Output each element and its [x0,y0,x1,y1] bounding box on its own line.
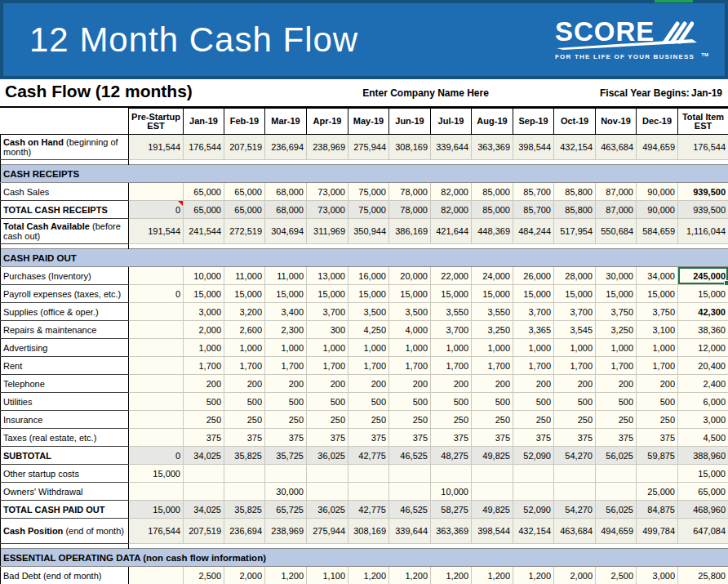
cell[interactable]: 1,000 [224,339,265,357]
cell[interactable]: 375 [389,429,431,447]
cell[interactable]: 34,025 [184,501,224,519]
cell[interactable]: 272,519 [224,219,265,244]
cell[interactable]: 84,875 [637,501,678,519]
column-header[interactable]: Mar-19 [265,109,307,135]
cell[interactable]: 58,275 [431,501,472,519]
cell[interactable]: 1,700 [389,357,431,375]
cell[interactable]: 15,000 [348,285,389,303]
cell[interactable]: 73,000 [307,183,348,201]
cell[interactable]: 34,025 [184,447,224,465]
cell[interactable] [596,465,637,483]
column-header[interactable]: Total Item EST [678,109,728,135]
cell[interactable]: 30,000 [596,267,637,285]
cell[interactable]: 6,000 [678,393,728,411]
row-label[interactable]: Insurance [1,411,129,429]
cell[interactable]: 90,000 [637,183,678,201]
cell[interactable]: 13,000 [307,267,348,285]
cell[interactable]: 3,700 [431,321,472,339]
cell[interactable] [513,483,554,501]
cell[interactable]: 3,250 [472,321,513,339]
cell[interactable]: 200 [513,375,554,393]
cell[interactable]: 2,600 [224,321,265,339]
cell[interactable]: 304,694 [265,219,307,244]
cell[interactable]: 65,000 [184,201,224,219]
section-header[interactable]: ESSENTIAL OPERATING DATA (non cash flow … [1,549,728,567]
cell[interactable]: 176,544 [129,519,184,544]
cell[interactable]: 250 [554,411,596,429]
row-label[interactable]: Other startup costs [1,465,129,483]
cell[interactable]: 52,090 [513,447,554,465]
cell[interactable]: 15,000 [472,285,513,303]
cell[interactable]: 3,550 [472,303,513,321]
cell[interactable] [307,483,348,501]
cell[interactable] [472,483,513,501]
cell[interactable]: 311,969 [307,219,348,244]
cell[interactable]: 3,000 [678,411,728,429]
cell[interactable]: 15,000 [129,501,184,519]
cell[interactable]: 500 [184,393,224,411]
cell[interactable]: 207,519 [184,519,224,544]
cell[interactable]: 375 [224,429,265,447]
cell[interactable]: 432,154 [513,519,554,544]
cell[interactable]: 388,960 [678,447,728,465]
cell[interactable]: 463,684 [596,135,637,160]
cell[interactable] [307,465,348,483]
cell[interactable]: 1,000 [513,339,554,357]
cell[interactable]: 85,000 [472,183,513,201]
cell[interactable]: 1,700 [184,357,224,375]
row-label[interactable]: Cash Position (end of month) [1,519,129,544]
cell[interactable] [348,465,389,483]
cell[interactable]: 78,000 [389,183,431,201]
cell[interactable]: 2,000 [224,567,265,584]
cell[interactable]: 250 [431,411,472,429]
cell[interactable]: 398,544 [513,135,554,160]
cell[interactable]: 363,369 [472,135,513,160]
cell[interactable]: 42,775 [348,501,389,519]
cell[interactable]: 939,500 [678,201,728,219]
cell[interactable]: 375 [431,429,472,447]
cell[interactable]: 56,025 [596,501,637,519]
cell[interactable]: 1,000 [637,339,678,357]
cell[interactable]: 500 [637,393,678,411]
cell[interactable]: 250 [307,411,348,429]
cell[interactable]: 1,000 [348,339,389,357]
column-header[interactable]: Dec-19 [637,109,678,135]
cell[interactable] [129,483,184,501]
cell[interactable]: 3,000 [184,303,224,321]
cell[interactable]: 16,000 [348,267,389,285]
column-header[interactable]: Pre-Startup EST [129,109,184,135]
column-header[interactable]: Jan-19 [184,109,224,135]
row-label[interactable]: TOTAL CASH RECEIPTS [1,201,129,219]
cell[interactable]: 500 [431,393,472,411]
cell[interactable]: 0 [129,201,184,219]
cell[interactable]: 500 [554,393,596,411]
cell[interactable]: 375 [596,429,637,447]
cell[interactable]: 3,545 [554,321,596,339]
cell[interactable] [224,483,265,501]
cell[interactable]: 75,000 [348,183,389,201]
cell[interactable]: 25,000 [637,483,678,501]
cell[interactable]: 1,200 [348,567,389,584]
cell[interactable]: 494,659 [637,135,678,160]
cell[interactable]: 22,000 [431,267,472,285]
cell[interactable]: 275,944 [307,519,348,544]
cell[interactable]: 3,400 [265,303,307,321]
cell[interactable]: 375 [513,429,554,447]
row-label[interactable]: Rent [1,357,129,375]
cell[interactable]: 2,000 [554,567,596,584]
cell[interactable]: 15,000 [129,465,184,483]
cell[interactable]: 1,000 [431,339,472,357]
cell[interactable]: 54,270 [554,447,596,465]
cell[interactable]: 4,000 [389,321,431,339]
cell[interactable]: 15,000 [224,285,265,303]
cell[interactable]: 35,825 [224,501,265,519]
cell[interactable] [265,465,307,483]
cell[interactable]: 82,000 [431,183,472,201]
row-label[interactable]: Owners' Withdrawal [1,483,129,501]
column-header[interactable]: Jul-19 [431,109,472,135]
cell[interactable]: 1,000 [265,339,307,357]
cell[interactable]: 46,525 [389,501,431,519]
cell[interactable]: 11,000 [224,267,265,285]
cell[interactable]: 647,084 [678,519,728,544]
cell[interactable]: 65,000 [184,183,224,201]
